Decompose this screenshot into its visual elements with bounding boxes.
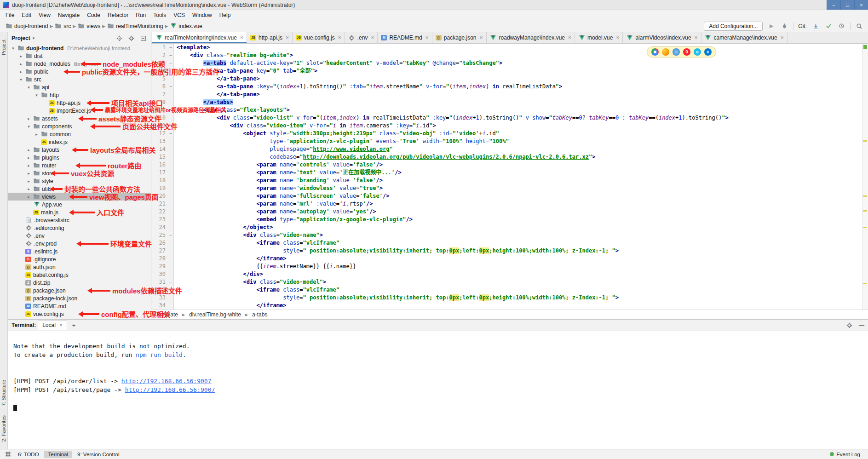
tree-item-store[interactable]: ▸store [8, 169, 151, 177]
tool-button-structure[interactable]: 7: Structure [1, 380, 6, 406]
editor-tab[interactable]: realTimeMonitoring\index.vue× [152, 32, 247, 43]
chevron-right-icon[interactable]: ▸ [18, 54, 23, 58]
status-terminal-widget[interactable]: Terminal [44, 451, 72, 458]
editor-tab[interactable]: {}package.json× [432, 32, 487, 43]
fold-marker[interactable]: − [168, 83, 174, 91]
search-icon[interactable] [855, 22, 863, 30]
chevron-down-icon[interactable]: ▾ [26, 85, 31, 90]
chevron-right-icon[interactable]: ▸ [26, 179, 31, 184]
tree-item-dist[interactable]: ▸dist [8, 52, 151, 60]
fold-marker[interactable]: − [168, 52, 174, 59]
chevron-right-icon[interactable]: ▸ [26, 163, 31, 168]
breadcrumb-item[interactable]: src [54, 23, 72, 30]
opera-browser-icon[interactable]: O [683, 48, 690, 56]
chevron-down-icon[interactable]: ▾ [18, 77, 23, 82]
close-icon[interactable]: × [695, 34, 698, 41]
tool-window-toggle-icon[interactable] [4, 450, 12, 459]
tree-item-package-lock.json[interactable]: {}package-lock.json [8, 294, 151, 302]
ie-browser-icon[interactable]: e [694, 48, 701, 56]
tree-item-vue.config.js[interactable]: JSvue.config.js [8, 310, 151, 318]
close-icon[interactable]: × [338, 34, 341, 41]
tree-item-main.js[interactable]: JSmain.js [8, 208, 151, 216]
tree-item-duoji-frontend[interactable]: ▾duoji-frontendD:\zheheWeb\duoji-fronten… [8, 44, 151, 52]
status-todo-widget[interactable]: 6: TODO [14, 451, 43, 458]
event-log-widget[interactable]: Event Log [826, 451, 864, 458]
chevron-right-icon[interactable]: ▸ [26, 187, 31, 191]
terminal-link[interactable]: http://192.168.66.56:9007 [125, 386, 215, 393]
fold-marker[interactable]: − [168, 106, 174, 114]
edge-browser-icon[interactable]: e [704, 48, 712, 56]
tree-item-layouts[interactable]: ▸layouts [8, 146, 151, 154]
chevron-down-icon[interactable]: ▾ [33, 36, 35, 40]
tree-item-style[interactable]: ▸style [8, 177, 151, 185]
new-terminal-button[interactable]: + [69, 322, 79, 329]
tree-item-importExcel.js[interactable]: JSimportExcel.js [8, 107, 151, 115]
fold-marker[interactable]: − [168, 114, 174, 122]
tree-item-http-api.js[interactable]: JShttp-api.js [8, 99, 151, 107]
close-icon[interactable]: × [616, 34, 619, 41]
chevron-right-icon[interactable]: ▸ [26, 116, 31, 121]
menu-run[interactable]: Run [132, 11, 149, 19]
minimize-button[interactable]: – [827, 0, 840, 10]
fold-marker[interactable]: − [168, 286, 174, 294]
terminal-link[interactable]: http://192.168.66.56:9007 [121, 378, 212, 384]
close-icon[interactable]: × [59, 322, 63, 328]
tree-item-http[interactable]: ▾http [8, 91, 151, 99]
breadcrumb-item[interactable]: views [77, 23, 101, 30]
locate-icon[interactable] [115, 34, 123, 42]
firefox-browser-icon[interactable] [662, 48, 669, 56]
menu-file[interactable]: File [2, 11, 18, 19]
chevron-right-icon[interactable]: ▸ [26, 148, 31, 152]
tree-item-.env.prod[interactable]: .env.prod [8, 240, 151, 247]
tree-item-router[interactable]: ▸router [8, 161, 151, 169]
chevron-down-icon[interactable]: ▾ [11, 46, 16, 51]
tree-item-.browserslistrc[interactable]: .browserslistrc [8, 216, 151, 224]
close-icon[interactable]: × [425, 34, 429, 41]
fold-marker[interactable]: − [168, 231, 174, 239]
code-editor[interactable]: 1−<template>2− <div class="realTime bg-w… [151, 44, 868, 310]
chevron-right-icon[interactable]: ▸ [18, 69, 23, 74]
chevron-down-icon[interactable]: ▾ [34, 93, 39, 98]
status-versioncontrol-widget[interactable]: 9: Version Control [73, 451, 123, 458]
tree-item-App.vue[interactable]: App.vue [8, 201, 151, 208]
tree-item-.editorconfig[interactable]: .editorconfig [8, 224, 151, 232]
fold-marker[interactable]: − [168, 67, 174, 75]
editor-breadcrumb-item[interactable]: a-tabs [252, 311, 267, 318]
gear-icon[interactable] [127, 34, 135, 42]
tree-item-package.json[interactable]: {}package.json [8, 287, 151, 294]
tool-button-favorites[interactable]: 2: Favorites [1, 415, 6, 442]
tree-item-common[interactable]: ▸common [8, 130, 151, 138]
tree-item-public[interactable]: ▸public [8, 68, 151, 75]
menu-tools[interactable]: Tools [149, 11, 170, 19]
run-icon[interactable]: ▶ [767, 22, 776, 30]
fold-marker[interactable]: − [168, 130, 174, 138]
tree-item-plugins[interactable]: ▸plugins [8, 154, 151, 161]
fold-marker[interactable]: − [168, 278, 174, 286]
chevron-down-icon[interactable]: ▾ [26, 124, 31, 129]
maximize-button[interactable]: □ [840, 0, 854, 10]
chevron-right-icon[interactable]: ▸ [26, 195, 31, 199]
menu-window[interactable]: Window [189, 11, 216, 19]
tree-item-dist.zip[interactable]: Zdist.zip [8, 279, 151, 287]
editor-tab[interactable]: model.vue× [575, 32, 623, 43]
close-icon[interactable]: × [286, 34, 289, 41]
fold-marker[interactable]: − [168, 59, 174, 67]
gear-icon[interactable] [845, 321, 853, 329]
menu-edit[interactable]: Edit [18, 11, 35, 19]
tree-item-views[interactable]: ▸views [8, 193, 151, 201]
breadcrumb-item[interactable]: index.vue [169, 23, 203, 30]
update-project-icon[interactable] [811, 22, 820, 30]
tree-item-.env[interactable]: .env [8, 232, 151, 240]
editor-tab[interactable]: JShttp-api.js× [247, 32, 293, 43]
chevron-right-icon[interactable]: ▸ [26, 171, 31, 176]
chevron-right-icon[interactable]: ▸ [18, 62, 23, 66]
editor-tab[interactable]: .env× [345, 32, 378, 43]
editor-tab[interactable]: JSvue.config.js× [293, 32, 345, 43]
tree-item-README.md[interactable]: MREADME.md [8, 302, 151, 310]
close-icon[interactable]: × [480, 34, 483, 41]
tool-button-project[interactable]: Project [1, 40, 6, 55]
history-icon[interactable] [837, 22, 845, 30]
tree-item-assets[interactable]: ▸assets [8, 115, 151, 122]
chevron-right-icon[interactable]: ▸ [34, 132, 39, 137]
terminal-tab-local[interactable]: Local × [38, 321, 67, 330]
